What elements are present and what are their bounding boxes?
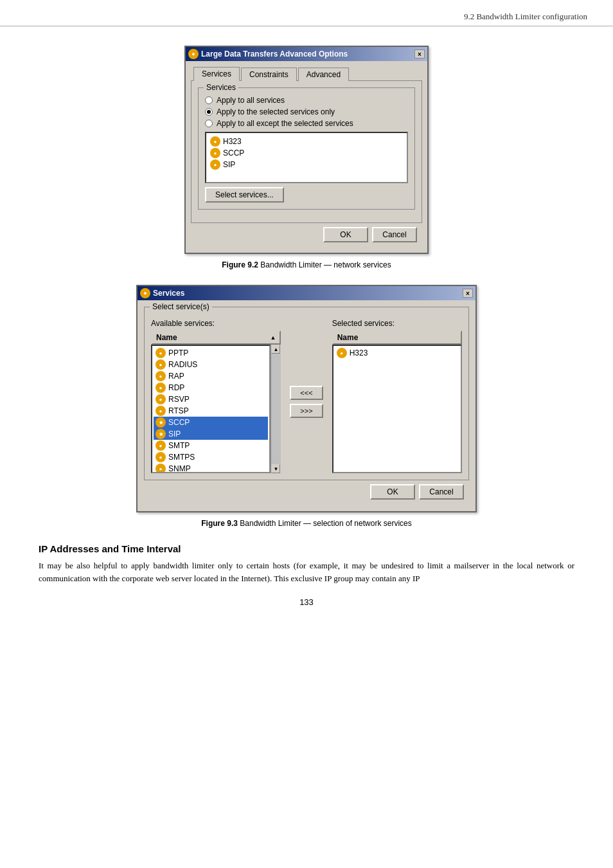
available-col-header: Name ▲ (151, 330, 281, 345)
dialog1-tab-content: Services Apply to all services Apply to … (191, 80, 422, 223)
icon-smtps: ● (155, 452, 166, 462)
icon-smtp: ● (155, 440, 166, 451)
service-icon-sip: ● (210, 159, 220, 170)
label-rap: RAP (168, 372, 184, 381)
scroll-down-available[interactable]: ▼ (271, 464, 280, 473)
page-header: 9.2 Bandwidth Limiter configuration (0, 0, 613, 26)
radio-all-services[interactable]: Apply to all services (205, 96, 408, 105)
radio-selected-services-btn[interactable] (205, 108, 213, 116)
dialog1-ok-btn[interactable]: OK (323, 227, 368, 242)
dialog2-icon: ● (140, 288, 150, 298)
dialog2-title-left: ● Services (140, 288, 184, 298)
dialog1-close-btn[interactable]: × (414, 50, 425, 59)
label-h323-selected: H323 (350, 348, 368, 357)
section-heading: IP Addresses and Time Interval (39, 543, 574, 554)
radio-all-services-btn[interactable] (205, 96, 213, 104)
list-item-sccp[interactable]: ★ SCCP (154, 417, 268, 428)
dialog2-services-group: Select service(s) Available services: Na… (144, 307, 469, 480)
icon-rsvp: ● (155, 394, 166, 404)
list-item-smtp[interactable]: ● SMTP (154, 440, 268, 451)
label-pptp: PPTP (168, 348, 188, 357)
move-left-btn[interactable]: <<< (290, 386, 323, 400)
service-item-h323[interactable]: ● H323 (209, 136, 404, 147)
tab-services[interactable]: Services (193, 67, 240, 81)
scroll-track-available (271, 354, 281, 464)
label-rdp: RDP (168, 383, 184, 392)
dialog1: ● Large Data Transfers Advanced Options … (184, 46, 429, 254)
selected-item-h323[interactable]: ● H323 (335, 347, 459, 359)
icon-pptp: ● (155, 348, 166, 358)
dialog1-tab-bar: Services Constraints Advanced (191, 66, 422, 80)
list-item-rsvp[interactable]: ● RSVP (154, 393, 268, 405)
tab-constraints[interactable]: Constraints (241, 68, 297, 81)
dialog1-body: Services Constraints Advanced Services A… (186, 61, 427, 253)
radio-except-services-label: Apply to all except the selected service… (217, 119, 353, 128)
service-label-sip: SIP (223, 160, 235, 169)
service-item-sip[interactable]: ● SIP (209, 159, 404, 170)
selected-col-name: Name (337, 333, 359, 342)
dialog1-titlebar: ● Large Data Transfers Advanced Options … (186, 47, 427, 61)
label-smtp: SMTP (168, 441, 190, 450)
icon-rtsp: ● (155, 406, 166, 416)
label-radius: RADIUS (168, 360, 197, 369)
list-item-pptp[interactable]: ● PPTP (154, 347, 268, 359)
dialog2-titlebar: ● Services × (138, 286, 475, 300)
label-rtsp: RTSP (168, 406, 189, 415)
figure1-caption: Figure 9.2 Bandwidth Limiter — network s… (39, 260, 574, 269)
icon-rap: ● (155, 371, 166, 381)
icon-rdp: ● (155, 383, 166, 393)
service-label-h323: H323 (223, 137, 242, 146)
dialog2-two-panel: Available services: Name ▲ ● PPTP (151, 319, 462, 473)
list-item-sip[interactable]: ★ SIP (154, 428, 268, 440)
section-paragraph: It may be also helpful to apply bandwidt… (39, 559, 574, 584)
available-panel: Available services: Name ▲ ● PPTP (151, 319, 281, 473)
available-list-container: ● PPTP ● RADIUS ● RAP (151, 345, 281, 473)
selected-label: Selected services: (332, 319, 462, 328)
list-item-smtps[interactable]: ● SMTPS (154, 451, 268, 463)
radio-all-services-label: Apply to all services (217, 96, 285, 105)
label-smtps: SMTPS (168, 453, 195, 462)
dialog1-group-legend: Services (204, 83, 238, 92)
dialog1-cancel-btn[interactable]: Cancel (372, 227, 417, 242)
list-item-rap[interactable]: ● RAP (154, 370, 268, 382)
service-label-sccp: SCCP (223, 149, 244, 158)
tab-advanced[interactable]: Advanced (298, 68, 349, 81)
dialog2-body: Select service(s) Available services: Na… (138, 300, 475, 511)
select-services-btn[interactable]: Select services... (205, 187, 284, 203)
page-header-text: 9.2 Bandwidth Limiter configuration (464, 12, 587, 21)
radio-selected-services[interactable]: Apply to the selected services only (205, 107, 408, 116)
list-item-radius[interactable]: ● RADIUS (154, 359, 268, 370)
service-icon-h323: ● (210, 136, 220, 147)
radio-selected-services-label: Apply to the selected services only (217, 107, 335, 116)
selected-col-header: Name (332, 330, 462, 345)
dialog1-footer: OK Cancel (191, 223, 422, 248)
transfer-buttons: <<< >>> (286, 330, 326, 473)
list-item-snmp[interactable]: ● SNMP (154, 463, 268, 473)
available-scrollbar[interactable]: ▲ ▼ (271, 345, 281, 473)
icon-snmp: ● (155, 464, 166, 473)
dialog2-cancel-btn[interactable]: Cancel (419, 484, 464, 500)
list-item-rdp[interactable]: ● RDP (154, 382, 268, 393)
dialog1-title: Large Data Transfers Advanced Options (201, 50, 348, 59)
dialog2-group-legend: Select service(s) (150, 302, 212, 311)
dialog2-close-btn[interactable]: × (463, 289, 473, 298)
icon-h323-selected: ● (337, 348, 347, 358)
dialog2-title: Services (153, 289, 184, 298)
move-right-btn[interactable]: >>> (290, 404, 323, 418)
label-rsvp: RSVP (168, 395, 190, 404)
figure2-caption: Figure 9.3 Bandwidth Limiter — selection… (39, 519, 574, 528)
list-item-rtsp[interactable]: ● RTSP (154, 405, 268, 417)
service-item-sccp[interactable]: ● SCCP (209, 147, 404, 159)
label-sip: SIP (168, 429, 181, 439)
section-paragraph-text: It may be also helpful to apply bandwidt… (39, 561, 574, 583)
selected-list-box[interactable]: ● H323 (332, 345, 462, 473)
available-col-name: Name (156, 333, 177, 342)
scroll-up-available[interactable]: ▲ (271, 345, 280, 354)
selected-panel: Selected services: Name ● H323 (332, 319, 462, 473)
available-list-box[interactable]: ● PPTP ● RADIUS ● RAP (151, 345, 271, 473)
radio-except-services-btn[interactable] (205, 120, 213, 127)
label-snmp: SNMP (168, 464, 191, 473)
radio-except-services[interactable]: Apply to all except the selected service… (205, 119, 408, 128)
dialog2-ok-btn[interactable]: OK (370, 484, 415, 500)
dialog1-services-group: Services Apply to all services Apply to … (198, 87, 415, 210)
